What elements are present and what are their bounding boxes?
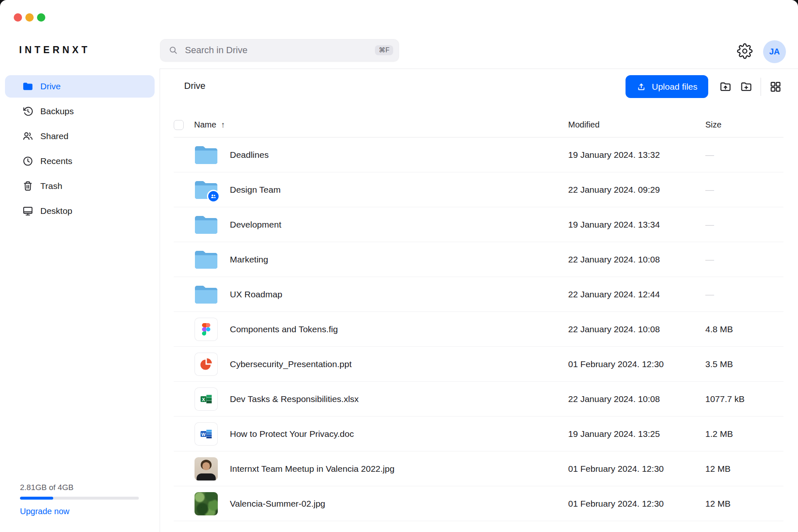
storage-progress-fill — [20, 497, 53, 500]
row-file-name: Design Team — [230, 185, 568, 195]
gear-icon — [737, 43, 753, 59]
row-file-size: — — [705, 185, 783, 195]
sidebar-item-label: Trash — [40, 181, 62, 191]
table-row[interactable]: Design Team 22 January 2024. 09:29 — — [174, 172, 783, 207]
row-modified-date: 22 January 2024. 10:08 — [568, 394, 705, 404]
row-file-size: 1.2 MB — [705, 429, 783, 439]
sidebar-item-drive[interactable]: Drive — [5, 75, 155, 98]
photo-thumbnail-leaves — [195, 492, 218, 515]
table-row[interactable]: X Dev Tasks & Responsibilities.xlsx 22 J… — [174, 382, 783, 417]
table-row[interactable]: Deadlines 19 January 2024. 13:32 — — [174, 137, 783, 172]
row-file-size: 1077.7 kB — [705, 394, 783, 404]
search-shortcut-badge: ⌘F — [375, 45, 393, 55]
row-file-size: 3.5 MB — [705, 359, 783, 369]
folder-icon — [195, 215, 218, 234]
folder-upload-icon — [719, 80, 732, 93]
sidebar-item-label: Desktop — [40, 206, 72, 216]
row-file-name: Dev Tasks & Responsibilities.xlsx — [230, 394, 568, 404]
folder-icon — [195, 250, 218, 269]
internxt-logo: INTERNXT — [19, 44, 90, 56]
row-file-icon — [195, 457, 218, 481]
search-input[interactable] — [184, 44, 375, 56]
sidebar-item-backups[interactable]: Backups — [5, 100, 155, 123]
row-file-name: Components and Tokens.fig — [230, 324, 568, 334]
row-file-name: Cybersecurity_Presentation.ppt — [230, 359, 568, 369]
zoom-window-button[interactable] — [37, 13, 45, 22]
row-modified-date: 01 February 2024. 12:30 — [568, 464, 705, 474]
column-header-name[interactable]: Name ↑ — [194, 120, 568, 130]
grid-view-icon — [769, 81, 782, 93]
table-row[interactable]: UX Roadmap 22 January 2024. 12:44 — — [174, 277, 783, 312]
table-row[interactable]: Cybersecurity_Presentation.ppt 01 Februa… — [174, 347, 783, 382]
sidebar-item-trash[interactable]: Trash — [5, 175, 155, 197]
row-file-name: Deadlines — [230, 150, 568, 160]
toolbar-divider — [761, 78, 761, 96]
column-header-size[interactable]: Size — [705, 120, 783, 130]
table-row[interactable]: Development 19 January 2024. 13:34 — — [174, 207, 783, 242]
app-window: INTERNXT ⌘F JA Drive Backups Shared Rece… — [0, 0, 798, 532]
powerpoint-file-icon — [195, 353, 218, 376]
svg-text:X: X — [202, 397, 205, 402]
grid-view-button[interactable] — [768, 79, 783, 95]
settings-button[interactable] — [736, 43, 753, 59]
minimize-window-button[interactable] — [25, 13, 34, 22]
sidebar-item-desktop[interactable]: Desktop — [5, 200, 155, 222]
avatar[interactable]: JA — [763, 40, 786, 63]
content-header: Drive Upload files — [160, 69, 798, 113]
search-bar[interactable]: ⌘F — [160, 39, 399, 61]
sidebar-item-shared[interactable]: Shared — [5, 125, 155, 147]
trash-icon — [22, 180, 34, 192]
row-modified-date: 19 January 2024. 13:25 — [568, 429, 705, 439]
history-icon — [22, 105, 34, 117]
upload-files-label: Upload files — [652, 82, 697, 92]
upload-files-button[interactable]: Upload files — [626, 75, 708, 98]
sidebar-item-label: Recents — [40, 156, 72, 166]
row-file-icon — [195, 353, 218, 376]
row-file-icon: W — [195, 422, 218, 446]
file-table: Name ↑ Modified Size Deadlines 19 Januar… — [174, 113, 783, 521]
row-file-name: Development — [230, 220, 568, 230]
table-row[interactable]: Internxt Team Meetup in Valencia 2022.jp… — [174, 451, 783, 486]
storage-panel: 2.81GB of 4GB Upgrade now — [20, 483, 139, 516]
search-icon — [168, 45, 178, 55]
upload-icon — [636, 82, 646, 92]
upload-folder-button[interactable] — [717, 79, 733, 95]
new-folder-button[interactable] — [738, 79, 754, 95]
window-controls — [14, 13, 45, 22]
main-content: Drive Upload files — [160, 69, 798, 532]
row-file-name: Valencia-Summer-02.jpg — [230, 499, 568, 509]
storage-progress-bar — [20, 497, 139, 500]
sort-ascending-icon: ↑ — [221, 120, 225, 130]
upgrade-now-link[interactable]: Upgrade now — [20, 507, 69, 516]
table-row[interactable]: Marketing 22 January 2024. 10:08 — — [174, 242, 783, 277]
row-file-size: 4.8 MB — [705, 324, 783, 334]
sidebar: Drive Backups Shared Recents Trash Deskt… — [0, 69, 160, 532]
row-file-size: — — [705, 289, 783, 299]
close-window-button[interactable] — [14, 13, 22, 22]
column-header-modified[interactable]: Modified — [568, 120, 705, 130]
table-row[interactable]: Valencia-Summer-02.jpg 01 February 2024.… — [174, 486, 783, 521]
svg-text:W: W — [202, 431, 206, 436]
excel-file-icon: X — [195, 387, 218, 411]
row-file-icon — [195, 213, 218, 236]
row-file-name: Internxt Team Meetup in Valencia 2022.jp… — [230, 464, 568, 474]
table-row[interactable]: W How to Protect Your Privacy.doc 19 Jan… — [174, 417, 783, 451]
storage-usage-label: 2.81GB of 4GB — [20, 483, 139, 492]
select-all-checkbox[interactable] — [174, 120, 184, 130]
sidebar-item-recents[interactable]: Recents — [5, 150, 155, 172]
row-modified-date: 19 January 2024. 13:34 — [568, 220, 705, 230]
row-file-size: — — [705, 255, 783, 265]
people-icon — [22, 130, 34, 142]
sidebar-nav: Drive Backups Shared Recents Trash Deskt… — [0, 75, 160, 222]
row-file-size: — — [705, 220, 783, 230]
row-file-size: 12 MB — [705, 499, 783, 509]
shared-badge-icon — [207, 190, 220, 203]
row-modified-date: 22 January 2024. 12:44 — [568, 289, 705, 299]
table-row[interactable]: Components and Tokens.fig 22 January 202… — [174, 312, 783, 347]
folder-icon — [195, 284, 218, 304]
row-file-name: Marketing — [230, 255, 568, 265]
row-modified-date: 19 January 2024. 13:32 — [568, 150, 705, 160]
shared-folder-icon — [195, 180, 218, 199]
folder-icon — [22, 81, 34, 92]
row-modified-date: 01 February 2024. 12:30 — [568, 359, 705, 369]
